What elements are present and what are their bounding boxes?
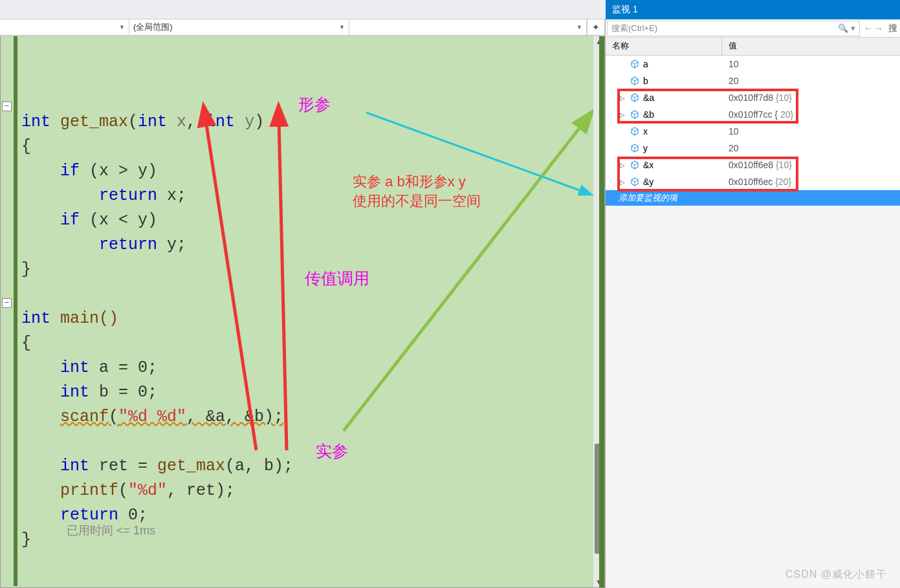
var-value: 20 xyxy=(722,76,900,86)
watch-columns-header: 名称 值 xyxy=(606,38,900,56)
annotation-note1: 实参 a b和形参x y xyxy=(353,172,466,191)
watermark: CSDN @威化小餅干 xyxy=(785,568,887,582)
var-name: a xyxy=(643,59,648,69)
variable-icon xyxy=(630,60,639,69)
watch-row[interactable]: a10 xyxy=(606,56,900,72)
navigation-bar: ▼ (全局范围)▼ ▼ ✦ xyxy=(0,19,605,36)
watch-row[interactable]: ▷&y0x010ff6ec {20} xyxy=(606,173,900,190)
search-icon[interactable]: 🔍 ▾ xyxy=(838,23,855,33)
var-value: 0x010ff6e8 {10} xyxy=(722,160,900,170)
var-name: b xyxy=(643,76,648,86)
nav-prev-icon[interactable]: ← xyxy=(864,23,873,34)
variable-icon xyxy=(630,177,639,186)
editor-pane: ▼ (全局范围)▼ ▼ ✦ − − int get_max(int x, int… xyxy=(0,19,605,588)
annotation-formal-params: 形参 xyxy=(298,94,331,115)
scope-dropdown[interactable]: (全局范围)▼ xyxy=(129,19,349,36)
watch-row[interactable]: x10 xyxy=(606,123,900,140)
watch-row[interactable]: ▷&x0x010ff6e8 {10} xyxy=(606,157,900,173)
svg-line-8 xyxy=(344,124,583,431)
var-value: 0x010ff7cc { 20} xyxy=(722,109,900,120)
chevron-down-icon: ▼ xyxy=(339,24,345,30)
var-value: 10 xyxy=(722,126,900,136)
col-name-header[interactable]: 名称 xyxy=(606,38,722,55)
variable-icon xyxy=(630,76,639,85)
search-depth-label: 搜 xyxy=(886,23,900,34)
variable-icon xyxy=(630,160,639,169)
var-value: 20 xyxy=(722,143,900,153)
nav-next-icon[interactable]: → xyxy=(874,23,883,34)
watch-search-bar: 搜索(Ctrl+E) 🔍 ▾ ← → 搜 xyxy=(606,19,900,38)
var-name: &b xyxy=(643,109,654,120)
annotation-note2: 使用的不是同一空间 xyxy=(353,191,481,211)
expand-icon[interactable]: ▷ xyxy=(620,162,625,169)
var-value: 10 xyxy=(722,59,900,69)
var-name: y xyxy=(643,143,648,153)
expand-icon[interactable]: ▷ xyxy=(620,94,625,102)
watch-row[interactable]: ▷&a0x010ff7d8 {10} xyxy=(606,89,900,106)
chevron-down-icon: ▼ xyxy=(119,24,125,30)
annotation-actual-params: 实参 xyxy=(316,441,348,462)
annotation-call-by-value: 传值调用 xyxy=(305,268,369,289)
var-name: x xyxy=(643,126,648,136)
watch-row[interactable]: b20 xyxy=(606,72,900,89)
var-value: 0x010ff7d8 {10} xyxy=(722,93,900,103)
overview-ruler xyxy=(599,36,604,587)
watch-row[interactable]: y20 xyxy=(606,140,900,157)
variable-icon xyxy=(630,93,639,102)
svg-line-9 xyxy=(366,113,583,191)
variable-icon xyxy=(630,110,639,119)
scope-label: (全局范围) xyxy=(133,21,173,33)
var-name: &x xyxy=(643,160,653,170)
gutter xyxy=(1,36,14,587)
var-value: 0x010ff6ec {20} xyxy=(722,177,900,187)
watch-title-bar: 监视 1 xyxy=(606,0,900,19)
change-indicator xyxy=(14,36,17,586)
collapse-button[interactable]: − xyxy=(2,298,12,308)
code-content: int get_max(int x, int y) { if (x > y) r… xyxy=(21,36,293,552)
swap-button[interactable]: ✦ xyxy=(587,19,605,36)
watch-panel: 监视 1 搜索(Ctrl+E) 🔍 ▾ ← → 搜 名称 值 a10b20▷&a… xyxy=(605,19,900,588)
add-watch-item[interactable]: 添加要监视的项 xyxy=(606,190,900,206)
code-editor[interactable]: − − int get_max(int x, int y) { if (x > … xyxy=(0,36,605,588)
expand-icon[interactable]: ▷ xyxy=(620,111,625,118)
variable-icon xyxy=(630,127,639,136)
col-value-header[interactable]: 值 xyxy=(722,38,900,55)
collapse-button[interactable]: − xyxy=(2,102,12,111)
member-dropdown[interactable]: ▼ xyxy=(349,19,587,36)
watch-row[interactable]: ▷&b0x010ff7cc { 20} xyxy=(606,106,900,123)
timing-label: 已用时间 <= 1ms xyxy=(67,523,155,538)
watch-search-input[interactable]: 搜索(Ctrl+E) 🔍 ▾ xyxy=(607,21,860,36)
variable-icon xyxy=(630,144,639,153)
chevron-down-icon: ▼ xyxy=(576,24,582,30)
watch-title: 监视 1 xyxy=(612,4,638,16)
expand-icon[interactable]: ▷ xyxy=(620,179,625,186)
var-name: &y xyxy=(643,177,653,187)
project-dropdown[interactable]: ▼ xyxy=(0,19,129,36)
var-name: &a xyxy=(643,93,654,103)
watch-rows: a10b20▷&a0x010ff7d8 {10}▷&b0x010ff7cc { … xyxy=(606,56,900,190)
